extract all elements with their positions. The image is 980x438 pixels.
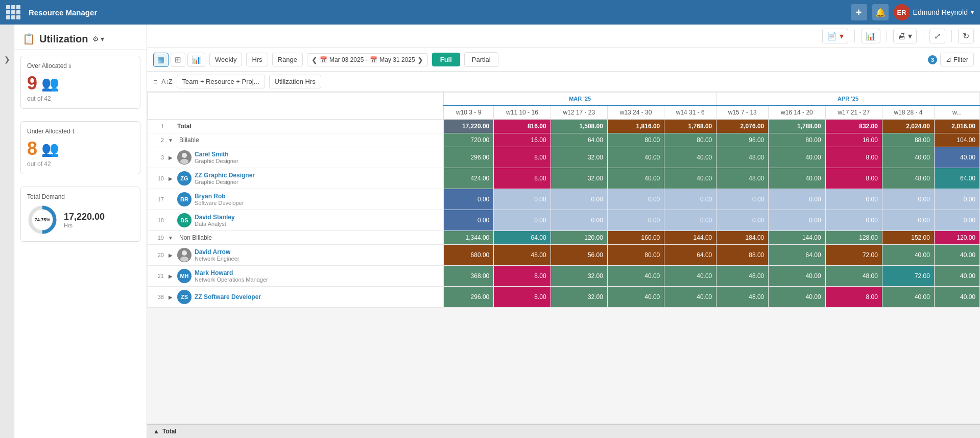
cell-1-9: 104.00 <box>934 133 979 147</box>
over-allocated-value: 9 👥 <box>27 73 134 94</box>
person-avatar <box>177 248 192 262</box>
fullscreen-button[interactable]: ⤢ <box>929 29 945 43</box>
expand-button[interactable]: ▼ <box>167 137 174 143</box>
cell-1-0: 720.00 <box>444 133 494 147</box>
person-name[interactable]: David Arrow <box>195 248 239 256</box>
person-avatar: BR <box>177 192 192 206</box>
person-name[interactable]: Mark Howard <box>195 269 268 276</box>
full-button[interactable]: Full <box>432 53 460 66</box>
cell-4-1: 0.00 <box>494 189 551 210</box>
cell-3-2: 32.00 <box>551 168 607 189</box>
cell-1-8: 88.00 <box>882 133 934 147</box>
app-grid-icon[interactable] <box>6 5 20 19</box>
total-demand-value: 17,220.00 <box>64 212 105 222</box>
cell-5-7: 0.00 <box>825 210 882 231</box>
date-range: ❮ 📅 Mar 03 2025 - 📅 May 31 2025 ❯ <box>307 53 428 66</box>
person-name[interactable]: Carel Smith <box>195 151 238 158</box>
table-row: 10▶ZGZZ Graphic DesignerGraphic Designer… <box>148 168 980 189</box>
person-name[interactable]: ZZ Graphic Designer <box>195 172 255 179</box>
person-name[interactable]: ZZ Software Developer <box>195 293 261 301</box>
right-panel: 📄 ▾ 📊 🖨 ▾ ⤢ ↻ ▦ ⊞ 📊 Weekly Hrs Range ❮ 📅 <box>147 25 980 438</box>
date-next-button[interactable]: ❯ <box>417 56 423 64</box>
bottom-total: ▲ Total <box>147 424 980 438</box>
range-dropdown[interactable]: Range <box>272 53 303 66</box>
pdf-button[interactable]: 📄 ▾ <box>822 29 848 43</box>
person-name[interactable]: David Stanley <box>195 214 235 221</box>
cell-1-7: 16.00 <box>825 133 882 147</box>
cell-4-3: 0.00 <box>607 189 664 210</box>
cell-9-2: 32.00 <box>551 287 607 308</box>
cell-6-1: 64.00 <box>494 231 551 245</box>
add-button[interactable]: + <box>851 4 867 20</box>
cell-8-6: 40.00 <box>769 266 825 287</box>
cell-3-4: 40.00 <box>664 168 716 189</box>
under-allocated-out-of: out of 42 <box>27 160 134 168</box>
app-title: Resource Manager <box>29 8 97 17</box>
donut-chart: 74.75% <box>27 204 58 235</box>
total-demand-body: 74.75% 17,220.00 Hrs <box>27 204 134 235</box>
grid-view-button[interactable]: ⊞ <box>171 53 185 67</box>
expand-button[interactable]: ▶ <box>167 176 174 181</box>
filter-button[interactable]: ⊿ Filter <box>940 53 974 66</box>
cell-9-8: 40.00 <box>882 287 934 308</box>
filter-badge: 3 <box>928 55 937 64</box>
table-row: 2▼Billable720.0016.0064.0080.0080.0096.0… <box>148 133 980 147</box>
excel-button[interactable]: 📊 <box>861 29 880 43</box>
cell-2-8: 40.00 <box>882 147 934 168</box>
topnav-right: + 🔔 ER Edmund Reynold ▾ <box>851 4 974 20</box>
cell-8-5: 48.00 <box>716 266 769 287</box>
period-dropdown[interactable]: Weekly <box>209 53 242 66</box>
week-header-2: w12 17 - 23 <box>551 105 607 120</box>
cell-3-3: 40.00 <box>607 168 664 189</box>
chart-view-button[interactable]: 📊 <box>187 53 205 67</box>
left-panel: 📋 Utilization ⚙ ▾ Over Allocated ℹ 9 👥 o… <box>14 25 147 438</box>
cell-2-4: 40.00 <box>664 147 716 168</box>
refresh-button[interactable]: ↻ <box>958 29 974 43</box>
svg-point-2 <box>182 153 187 158</box>
date-prev-button[interactable]: ❮ <box>312 56 318 64</box>
expand-button[interactable]: ▶ <box>167 294 174 300</box>
sort-icon[interactable]: ≡ <box>153 78 157 86</box>
print-button[interactable]: 🖨 ▾ <box>893 29 917 43</box>
group-by-dropdown[interactable]: Team + Resource + Proj... <box>177 75 265 88</box>
group-label: Non Billable <box>177 234 212 241</box>
calendar-icon: 📅 <box>320 56 327 63</box>
person-name[interactable]: Bryan Rob <box>195 193 244 200</box>
bell-button[interactable]: 🔔 <box>872 4 889 20</box>
unit-dropdown[interactable]: Hrs <box>246 53 268 66</box>
sidebar-toggle-button[interactable]: ❯ <box>4 55 10 63</box>
expand-button[interactable]: ▶ <box>167 252 174 258</box>
cell-7-9: 40.00 <box>934 245 979 266</box>
column-label-dropdown[interactable]: Utilization Hrs <box>269 75 321 88</box>
username: Edmund Reynold <box>913 8 968 16</box>
table-view-button[interactable]: ▦ <box>153 53 169 67</box>
cell-1-4: 80.00 <box>664 133 716 147</box>
cell-6-6: 144.00 <box>769 231 825 245</box>
partial-button[interactable]: Partial <box>464 52 498 67</box>
cell-9-7: 8.00 <box>825 287 882 308</box>
cell-7-1: 48.00 <box>494 245 551 266</box>
gear-icon[interactable]: ⚙ ▾ <box>92 35 105 43</box>
cell-5-1: 0.00 <box>494 210 551 231</box>
cell-9-6: 40.00 <box>769 287 825 308</box>
over-allocated-info-icon[interactable]: ℹ <box>69 63 71 70</box>
sort-az-icon[interactable]: A↕Z <box>161 78 172 85</box>
cell-1-1: 16.00 <box>494 133 551 147</box>
month-header-mar: MAR '25 <box>444 93 716 106</box>
cell-4-4: 0.00 <box>664 189 716 210</box>
expand-button[interactable]: ▶ <box>167 155 174 160</box>
table-row: 19▼Non Billable1,344.0064.00120.00160.00… <box>148 231 980 245</box>
expand-button[interactable]: ▶ <box>167 273 174 279</box>
filter-right: 3 ⊿ Filter <box>928 53 974 66</box>
cell-6-5: 184.00 <box>716 231 769 245</box>
cell-5-5: 0.00 <box>716 210 769 231</box>
cell-7-0: 680.00 <box>444 245 494 266</box>
cell-4-5: 0.00 <box>716 189 769 210</box>
user-menu[interactable]: ER Edmund Reynold ▾ <box>894 4 974 20</box>
under-allocated-info-icon[interactable]: ℹ <box>73 128 75 135</box>
panel-title: Utilization <box>39 33 88 45</box>
week-header-9: w... <box>934 105 979 120</box>
expand-button[interactable]: ▼ <box>167 235 174 241</box>
cell-7-5: 88.00 <box>716 245 769 266</box>
week-header-6: w16 14 - 20 <box>769 105 825 120</box>
